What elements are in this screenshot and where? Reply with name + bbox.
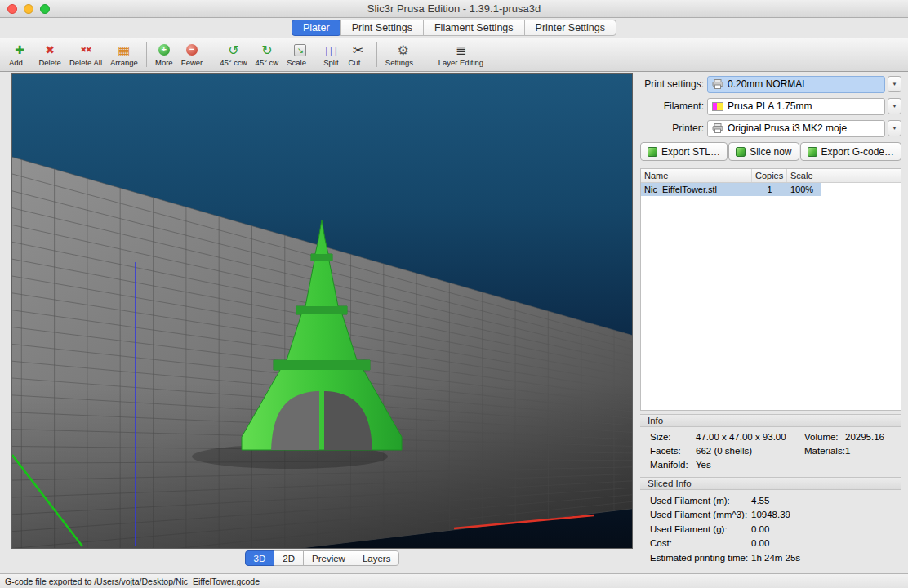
materials-value: 1 — [845, 446, 901, 456]
facets-value: 662 (0 shells) — [696, 446, 804, 456]
manifold-label: Manifold: — [650, 460, 696, 470]
volume-label: Volume: — [804, 432, 845, 442]
object-row[interactable]: Nic_EiffelTower.stl 1 100% — [641, 183, 901, 196]
action-buttons: Export STL… Slice now Export G-code… — [640, 142, 901, 161]
delete-icon: ✖ — [45, 43, 55, 57]
object-list-header: Name Copies Scale — [641, 169, 901, 183]
object-name-cell: Nic_EiffelTower.stl — [641, 183, 752, 196]
printer-icon — [712, 123, 723, 133]
export-gcode-icon — [808, 147, 817, 157]
printer-dropdown-button[interactable]: ▼ — [888, 120, 901, 136]
materials-label: Materials: — [804, 446, 845, 456]
fewer-button[interactable]: − Fewer — [177, 39, 207, 70]
filament-dropdown-button[interactable]: ▼ — [888, 98, 901, 114]
cut-button[interactable]: ✂ Cut… — [345, 39, 372, 70]
used-filament-g-value: 0.00 — [751, 524, 901, 534]
toolbar-separator — [376, 42, 377, 67]
split-icon: ◫ — [325, 43, 337, 57]
window-title: Slic3r Prusa Edition - 1.39.1-prusa3d — [0, 2, 908, 15]
view-3d-button[interactable]: 3D — [245, 550, 275, 566]
arrange-button[interactable]: ▦ Arrange — [106, 39, 142, 70]
tab-print-settings[interactable]: Print Settings — [340, 20, 424, 36]
more-icon: + — [158, 44, 170, 56]
column-header-copies: Copies — [752, 169, 787, 182]
titlebar: Slic3r Prusa Edition - 1.39.1-prusa3d — [0, 0, 908, 18]
slice-now-icon — [736, 147, 746, 157]
toolbar-separator — [211, 42, 211, 67]
printer-label: Printer: — [640, 122, 704, 134]
filament-value: Prusa PLA 1.75mm — [728, 100, 812, 112]
printer-combo[interactable]: Original Prusa i3 MK2 moje — [707, 120, 885, 137]
column-header-scale: Scale — [787, 169, 821, 182]
print-settings-combo[interactable]: 0.20mm NORMAL — [707, 76, 885, 93]
layer-editing-icon: ≣ — [456, 43, 466, 57]
close-button[interactable] — [7, 4, 17, 14]
app-window: Slic3r Prusa Edition - 1.39.1-prusa3d Pl… — [0, 0, 908, 588]
slice-now-button[interactable]: Slice now — [728, 142, 799, 161]
sliced-info-section-header: Sliced Info — [640, 477, 901, 490]
settings-button[interactable]: ⚙ Settings… — [381, 39, 425, 70]
toolbar: ✚ Add… ✖ Delete ✖✖ Delete All ▦ Arrange … — [0, 38, 908, 72]
object-list[interactable]: Name Copies Scale Nic_EiffelTower.stl 1 … — [640, 168, 901, 411]
size-value: 47.00 x 47.00 x 93.00 — [696, 432, 804, 442]
status-text: G-code file exported to /Users/vojta/Des… — [5, 577, 260, 586]
toolbar-separator — [146, 42, 147, 67]
view-2d-button[interactable]: 2D — [274, 550, 304, 566]
scale-button[interactable]: ↘ Scale… — [283, 39, 318, 70]
scale-icon: ↘ — [294, 44, 306, 56]
status-bar: G-code file exported to /Users/vojta/Des… — [0, 573, 908, 588]
view-mode-buttons: 3D 2D Preview Layers — [11, 550, 633, 567]
filament-color-swatch — [712, 102, 723, 111]
rotate-cw-button[interactable]: ↻ 45° cw — [251, 39, 283, 70]
print-time-value: 1h 24m 25s — [751, 553, 901, 563]
used-filament-m-label: Used Filament (m): — [650, 496, 751, 506]
tower-platform-low — [274, 360, 370, 370]
object-copies-cell: 1 — [752, 183, 787, 196]
delete-button[interactable]: ✖ Delete — [34, 39, 65, 70]
zoom-button[interactable] — [40, 4, 50, 14]
tab-plater[interactable]: Plater — [292, 20, 341, 36]
minimize-button[interactable] — [24, 4, 33, 14]
print-settings-icon — [712, 79, 723, 89]
used-filament-m-value: 4.55 — [751, 496, 901, 506]
fewer-icon: − — [186, 44, 198, 56]
print-settings-dropdown-button[interactable]: ▼ — [888, 76, 901, 92]
traffic-lights — [7, 0, 50, 17]
tab-filament-settings[interactable]: Filament Settings — [423, 20, 525, 36]
split-button[interactable]: ◫ Split — [318, 39, 345, 70]
sliced-info-panel: Used Filament (m): 4.55 Used Filament (m… — [640, 490, 901, 573]
print-settings-value: 0.20mm NORMAL — [728, 78, 808, 90]
rotate-cw-icon: ↻ — [261, 43, 272, 57]
delete-all-button[interactable]: ✖✖ Delete All — [65, 39, 106, 70]
view-layers-button[interactable]: Layers — [354, 550, 400, 566]
export-stl-icon — [648, 147, 657, 157]
used-filament-mm3-label: Used Filament (mm^3): — [650, 510, 751, 519]
add-button[interactable]: ✚ Add… — [5, 39, 34, 70]
toolbar-separator — [430, 42, 430, 67]
cost-value: 0.00 — [751, 538, 901, 548]
tab-printer-settings[interactable]: Printer Settings — [524, 20, 616, 36]
delete-all-icon: ✖✖ — [80, 43, 91, 57]
3d-scene — [12, 74, 632, 548]
object-scale-cell: 100% — [787, 183, 821, 196]
export-stl-button[interactable]: Export STL… — [640, 142, 728, 161]
arrange-icon: ▦ — [118, 43, 130, 57]
more-button[interactable]: + More — [151, 39, 177, 70]
add-icon: ✚ — [15, 43, 24, 57]
layer-editing-button[interactable]: ≣ Layer Editing — [434, 39, 487, 70]
print-time-label: Estimated printing time: — [650, 553, 751, 563]
size-label: Size: — [650, 432, 696, 442]
filament-combo[interactable]: Prusa PLA 1.75mm — [707, 98, 885, 115]
used-filament-g-label: Used Filament (g): — [650, 524, 751, 534]
tower-platform-mid — [296, 306, 347, 314]
rotate-ccw-button[interactable]: ↺ 45° ccw — [216, 39, 251, 70]
column-header-name: Name — [641, 169, 752, 182]
view-preview-button[interactable]: Preview — [303, 550, 354, 566]
facets-label: Facets: — [650, 446, 696, 456]
cost-label: Cost: — [650, 538, 751, 548]
cut-icon: ✂ — [353, 43, 363, 57]
export-gcode-button[interactable]: Export G-code… — [800, 142, 901, 161]
3d-viewport[interactable] — [11, 74, 633, 549]
printer-value: Original Prusa i3 MK2 moje — [728, 122, 847, 134]
info-panel: Size: 47.00 x 47.00 x 93.00 Volume: 2029… — [640, 427, 901, 474]
